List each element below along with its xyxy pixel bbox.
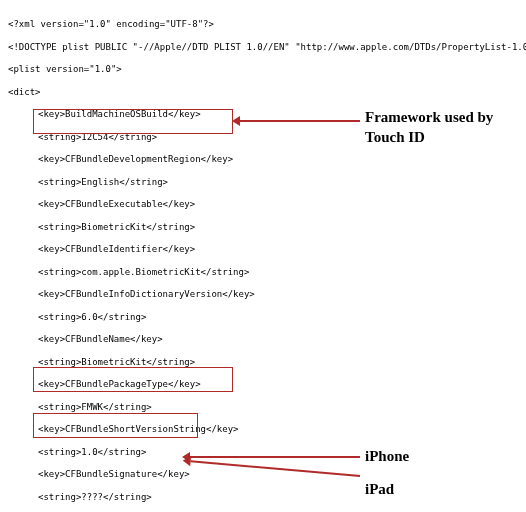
code-line: <key>CFBundleExecutable</key> — [8, 199, 518, 210]
code-line: <key>CFBundleInfoDictionaryVersion</key> — [8, 289, 518, 300]
code-line: <string>English</string> — [8, 177, 518, 188]
code-line: <key>CFBundleShortVersionString</key> — [8, 424, 518, 435]
annotation-ipad-label: iPad — [365, 480, 394, 500]
code-line: <string>BiometricKit</string> — [8, 357, 518, 368]
code-line: <string>????</string> — [8, 492, 518, 503]
code-line: <key>CFBundleName</key> — [8, 334, 518, 345]
code-line: <string>FMWK</string> — [8, 402, 518, 413]
code-line: <key>CFBundleDevelopmentRegion</key> — [8, 154, 518, 165]
dict-open: <dict> — [8, 87, 518, 98]
code-line: <key>CFBundleIdentifier</key> — [8, 244, 518, 255]
code-line: <string>BiometricKit</string> — [8, 222, 518, 233]
doctype: <!DOCTYPE plist PUBLIC "-//Apple//DTD PL… — [8, 42, 518, 53]
annotation-iphone-label: iPhone — [365, 447, 409, 467]
annotation-text: Touch ID — [365, 129, 425, 145]
xml-decl: <?xml version="1.0" encoding="UTF-8"?> — [8, 19, 518, 30]
code-line: <key>CFBundleSignature</key> — [8, 469, 518, 480]
annotation-text: Framework used by — [365, 109, 493, 125]
code-line: <string>1.0</string> — [8, 447, 518, 458]
code-line: <key>CFBundlePackageType</key> — [8, 379, 518, 390]
annotation-framework-label: Framework used by Touch ID — [365, 108, 493, 147]
plist-source: <?xml version="1.0" encoding="UTF-8"?> <… — [8, 8, 518, 512]
plist-open: <plist version="1.0"> — [8, 64, 518, 75]
code-line: <string>6.0</string> — [8, 312, 518, 323]
code-line: <string>com.apple.BiometricKit</string> — [8, 267, 518, 278]
